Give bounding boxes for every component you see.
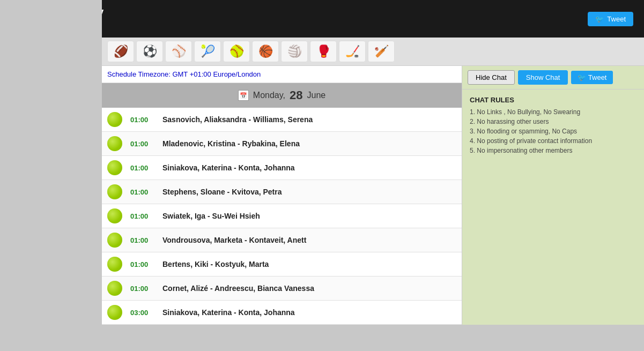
match-row[interactable]: 01:00Stephens, Sloane - Kvitova, Petra: [102, 180, 462, 204]
main-layout: Schedule Timezone: GMT +01:00 Europe/Lon…: [102, 66, 644, 325]
match-title: Siniakova, Katerina - Konta, Johanna: [162, 308, 295, 317]
baseball-icon[interactable]: ⚾: [165, 41, 192, 62]
american-football-icon[interactable]: 🏈: [107, 41, 134, 62]
tweet-button-chat[interactable]: 🐦 Tweet: [571, 71, 613, 84]
cricket-icon[interactable]: 🏏: [368, 41, 395, 62]
date-month: June: [307, 91, 325, 100]
tennis-ball-icon: [107, 208, 122, 223]
timezone-bar: Schedule Timezone: GMT +01:00 Europe/Lon…: [102, 66, 462, 83]
tweet-label: Tweet: [607, 15, 626, 23]
chat-rule-item: 5. No impersonating other members: [470, 147, 636, 154]
match-time: 01:00: [130, 260, 154, 268]
match-row[interactable]: 01:00Siniakova, Katerina - Konta, Johann…: [102, 156, 462, 180]
chat-rules-title: CHAT RULES: [470, 96, 636, 104]
match-title: Vondrousova, Marketa - Kontaveit, Anett: [162, 236, 306, 244]
soccer-icon[interactable]: ⚽: [136, 41, 163, 62]
volleyball-icon[interactable]: 🏐: [281, 41, 308, 62]
match-row[interactable]: 01:00Mladenovic, Kristina - Rybakina, El…: [102, 132, 462, 156]
match-row[interactable]: 03:00Siniakova, Katerina - Konta, Johann…: [102, 301, 462, 325]
tennis-ball-icon: [107, 136, 122, 151]
twitter-icon: 🐦: [595, 15, 604, 23]
date-day: Monday,: [253, 91, 285, 100]
match-row[interactable]: 01:00Vondrousova, Marketa - Kontaveit, A…: [102, 228, 462, 252]
match-row[interactable]: 01:00Cornet, Alizé - Andreescu, Bianca V…: [102, 277, 462, 301]
hockey-icon[interactable]: 🏒: [339, 41, 366, 62]
match-time: 01:00: [130, 140, 154, 148]
softball-icon[interactable]: 🥎: [223, 41, 250, 62]
calendar-icon: 📅: [238, 90, 249, 101]
match-title: Mladenovic, Kristina - Rybakina, Elena: [162, 139, 300, 148]
match-title: Swiatek, Iga - Su-Wei Hsieh: [162, 212, 260, 220]
tennis-ball-icon: [107, 233, 122, 248]
tennis-ball-icon: [107, 305, 122, 320]
tennis-ball-icon: [107, 184, 122, 199]
match-row[interactable]: 01:00Bertens, Kiki - Kostyuk, Marta: [102, 252, 462, 277]
basketball-icon[interactable]: 🏀: [252, 41, 279, 62]
tennis-ball-icon: [107, 160, 122, 175]
left-sidebar: [0, 0, 102, 325]
show-chat-button[interactable]: Show Chat: [518, 70, 568, 85]
chat-rule-item: 3. No flooding or spamming, No Caps: [470, 128, 636, 135]
chat-buttons: Hide Chat Show Chat 🐦 Tweet: [462, 66, 644, 89]
match-title: Stephens, Sloane - Kvitova, Petra: [162, 188, 282, 196]
match-title: Sasnovich, Aliaksandra - Williams, Seren…: [162, 115, 313, 124]
date-bar: 📅 Monday, 28 June: [102, 83, 462, 108]
matches-list: 01:00Sasnovich, Aliaksandra - Williams, …: [102, 108, 462, 325]
tennis-icon[interactable]: 🎾: [194, 41, 221, 62]
chat-rule-item: 2. No harassing other users: [470, 118, 636, 125]
chat-rules-list: 1. No Links , No Bullying, No Swearing2.…: [470, 108, 636, 154]
match-time: 01:00: [130, 164, 154, 172]
match-time: 01:00: [130, 116, 154, 124]
chat-rules: CHAT RULES 1. No Links , No Bullying, No…: [462, 89, 644, 163]
match-time: 03:00: [130, 309, 154, 317]
match-time: 01:00: [130, 285, 154, 293]
tweet-button-header[interactable]: 🐦 Tweet: [588, 12, 633, 26]
content-area: Schedule Timezone: GMT +01:00 Europe/Lon…: [102, 66, 462, 325]
match-title: Siniakova, Katerina - Konta, Johanna: [162, 163, 295, 172]
match-time: 01:00: [130, 236, 154, 244]
match-title: Bertens, Kiki - Kostyuk, Marta: [162, 260, 269, 268]
match-row[interactable]: 01:00Sasnovich, Aliaksandra - Williams, …: [102, 108, 462, 132]
hide-chat-button[interactable]: Hide Chat: [468, 70, 515, 85]
boxing-icon[interactable]: 🥊: [310, 41, 337, 62]
tennis-ball-icon: [107, 257, 122, 272]
tweet-chat-label: Tweet: [588, 73, 607, 81]
date-num: 28: [290, 88, 302, 102]
twitter-icon-chat: 🐦: [578, 73, 586, 81]
chat-rule-item: 1. No Links , No Bullying, No Swearing: [470, 108, 636, 116]
tennis-ball-icon: [107, 112, 122, 127]
tennis-ball-icon: [107, 281, 122, 296]
sports-nav: 🏈⚽⚾🎾🥎🏀🏐🥊🏒🏏: [102, 38, 644, 66]
match-row[interactable]: 01:00Swiatek, Iga - Su-Wei Hsieh: [102, 204, 462, 228]
match-time: 01:00: [130, 188, 154, 196]
match-time: 01:00: [130, 212, 154, 220]
right-panel: Hide Chat Show Chat 🐦 Tweet CHAT RULES 1…: [462, 66, 644, 325]
chat-rule-item: 4. No posting of private contact informa…: [470, 137, 636, 145]
match-title: Cornet, Alizé - Andreescu, Bianca Vaness…: [162, 284, 314, 293]
